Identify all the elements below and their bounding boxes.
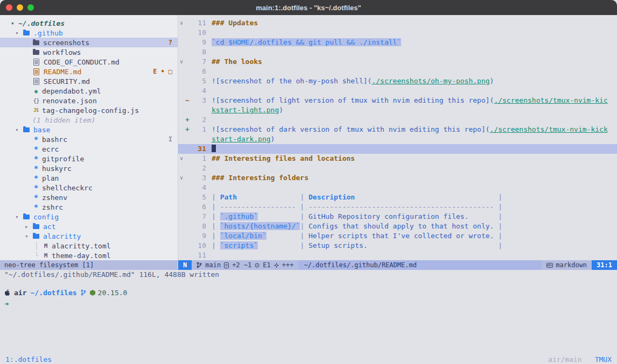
- tree-item-base[interactable]: ▾base: [0, 125, 178, 134]
- line-text: ### Updates: [212, 18, 617, 28]
- tree-item-workflows[interactable]: workflows: [0, 47, 178, 57]
- chevron-down-icon[interactable]: ▾: [15, 213, 23, 220]
- tree-item-dependabot.yml[interactable]: ◉dependabot.yml: [0, 86, 178, 96]
- tmux-window-label[interactable]: 1:.dotfiles: [5, 355, 52, 364]
- toml-icon: M: [42, 242, 50, 249]
- git-sign: [185, 231, 190, 241]
- tree-item-security.md[interactable]: SECURITY.md: [0, 76, 178, 86]
- text-segment-plain: [237, 193, 300, 201]
- editor-line[interactable]: 9| `local/bin` | Helper scripts that I'v…: [178, 231, 617, 241]
- editor-line[interactable]: 6: [178, 67, 617, 76]
- editor-line[interactable]: +1![screenshot of dark version of tmux w…: [178, 125, 617, 134]
- tree-item-label: theme-day.toml: [52, 252, 111, 260]
- chevron-down-icon[interactable]: ▾: [15, 30, 23, 37]
- tree-item-label: base: [33, 126, 50, 134]
- editor-line[interactable]: ∨11### Updates: [178, 18, 617, 28]
- tree-item-readme.md[interactable]: README.mdE•□: [0, 67, 178, 76]
- chevron-down-icon[interactable]: ▾: [25, 233, 32, 240]
- tree-item-code-of-conduct.md[interactable]: CODE_OF_CONDUCT.md: [0, 57, 178, 67]
- editor-cursor-line[interactable]: 31: [178, 144, 617, 154]
- tree-item-bashrc[interactable]: *bashrcI: [0, 134, 178, 144]
- tree-item-theme-day.toml[interactable]: └Mtheme-day.toml: [0, 251, 178, 260]
- tree-item-label: SECURITY.md: [44, 77, 90, 85]
- tree-item-label: config: [33, 213, 59, 221]
- tree-item-screenshots[interactable]: screenshots?: [0, 38, 178, 47]
- line-number: 10: [190, 28, 206, 38]
- editor-line[interactable]: 4: [178, 183, 617, 192]
- prompt-arrow: ➜: [4, 298, 613, 310]
- chevron-down-icon[interactable]: ▾: [11, 20, 18, 27]
- editor-line[interactable]: 4: [178, 86, 617, 96]
- tree-item-label: .github: [33, 29, 63, 37]
- editor-line[interactable]: 10: [178, 28, 617, 38]
- shell-area[interactable]: air ~/.dotfiles 20.15.0 ➜: [0, 280, 617, 353]
- folder-icon: [33, 234, 39, 239]
- editor-line[interactable]: 11: [178, 251, 617, 260]
- line-number: 5: [190, 76, 206, 86]
- fold-chevron-icon[interactable]: ∨: [178, 18, 185, 28]
- line-number: 8: [190, 47, 206, 57]
- file-path: ~/.dotfiles/.github/README.md: [298, 260, 542, 270]
- tree-item--1-hidden-item-[interactable]: (1 hidden item): [0, 115, 178, 125]
- editor-line[interactable]: 5| Path | Description |: [178, 192, 617, 202]
- tree-item-alacritty.toml[interactable]: │Malacritty.toml: [0, 241, 178, 251]
- editor-line[interactable]: ~3![screenshot of light version of tmux …: [178, 96, 617, 105]
- editor-pane[interactable]: ∨11### Updates109`cd $HOME/.dotfiles && …: [178, 15, 617, 270]
- tree-item-shellcheckrc[interactable]: *shellcheckrc: [0, 183, 178, 192]
- tree-item-zshrc[interactable]: *zshrc: [0, 202, 178, 212]
- tree-item-zshenv[interactable]: *zshenv: [0, 192, 178, 202]
- tree-item-gitprofile[interactable]: *gitprofile: [0, 154, 178, 163]
- editor-line[interactable]: 7| `.github` | GitHub Repository configu…: [178, 212, 617, 222]
- tree-item-act[interactable]: ▸act: [0, 222, 178, 231]
- fullscreen-button[interactable]: [27, 4, 34, 11]
- line-text: | `.github` | GitHub Repository configur…: [212, 212, 617, 222]
- text-segment-thead: Description: [308, 193, 355, 201]
- editor-line[interactable]: kstart-light.png): [178, 105, 617, 115]
- tree-item-.github[interactable]: ▾.github: [0, 28, 178, 38]
- line-text: [212, 115, 617, 125]
- chevron-down-icon[interactable]: ▾: [15, 126, 23, 133]
- text-segment-punc: |: [498, 222, 502, 230]
- tree-item-renovate.json[interactable]: {}renovate.json: [0, 96, 178, 105]
- close-button[interactable]: [6, 4, 12, 11]
- editor-line[interactable]: +2: [178, 115, 617, 125]
- tree-item-config[interactable]: ▾config: [0, 212, 178, 222]
- editor-line[interactable]: 2: [178, 163, 617, 173]
- editor-line[interactable]: 5![screenshot of the oh-my-posh shell](.…: [178, 76, 617, 86]
- shell-prompt: air ~/.dotfiles 20.15.0: [4, 287, 613, 298]
- json-icon: {}: [32, 97, 40, 104]
- tree-item-label: bashrc: [42, 135, 67, 144]
- editor-line[interactable]: 8: [178, 47, 617, 57]
- git-sign: [185, 38, 190, 47]
- line-number: 6: [190, 202, 206, 212]
- buffer[interactable]: ∨11### Updates109`cd $HOME/.dotfiles && …: [178, 15, 617, 260]
- editor-line[interactable]: ∨7## The looks: [178, 57, 617, 67]
- editor-line[interactable]: ∨3### Interesting folders: [178, 173, 617, 183]
- editor-line[interactable]: 6| ------------------ | ----------------…: [178, 202, 617, 212]
- text-segment-link: ./screenshots/tmux-nvim-kick: [490, 125, 608, 133]
- editor-line[interactable]: start-dark.png): [178, 134, 617, 144]
- editor-line[interactable]: 9`cd $HOME/.dotfiles && git pull && ./in…: [178, 38, 617, 47]
- tree-item-tag-changelog-config.js[interactable]: JStag-changelog-config.js: [0, 105, 178, 115]
- chevron-right-icon[interactable]: ▸: [25, 223, 32, 230]
- tree-item-~-.dotfiles[interactable]: ▾~/.dotfiles: [0, 18, 178, 28]
- editor-line[interactable]: ∨1## Interesting files and locations: [178, 154, 617, 163]
- editor-line[interactable]: 8| `hosts/{hostname}/`| Configs that sho…: [178, 222, 617, 231]
- line-text: | ------------------ | -----------------…: [212, 202, 617, 212]
- minimize-button[interactable]: [17, 4, 23, 11]
- tree-item-alacritty[interactable]: ▾alacritty: [0, 231, 178, 241]
- tree-item-plan[interactable]: *plan: [0, 173, 178, 183]
- fold-chevron-icon[interactable]: ∨: [178, 173, 185, 183]
- editor-line[interactable]: 10| `scripts` | Setup scripts. |: [178, 241, 617, 251]
- filetype-segment: markdown: [542, 260, 592, 270]
- tree-item-huskyrc[interactable]: *huskyrc: [0, 163, 178, 173]
- markdown-icon: [546, 263, 553, 268]
- git-sign: [185, 67, 190, 76]
- text-segment-punc: |: [498, 212, 502, 220]
- tree-item-ecrc[interactable]: *ecrc: [0, 144, 178, 154]
- fold-chevron-icon[interactable]: ∨: [178, 57, 185, 67]
- status-mark: •: [161, 68, 165, 75]
- tree-item-label: act: [43, 223, 55, 231]
- git-sign: [185, 241, 190, 251]
- fold-chevron-icon[interactable]: ∨: [178, 154, 185, 163]
